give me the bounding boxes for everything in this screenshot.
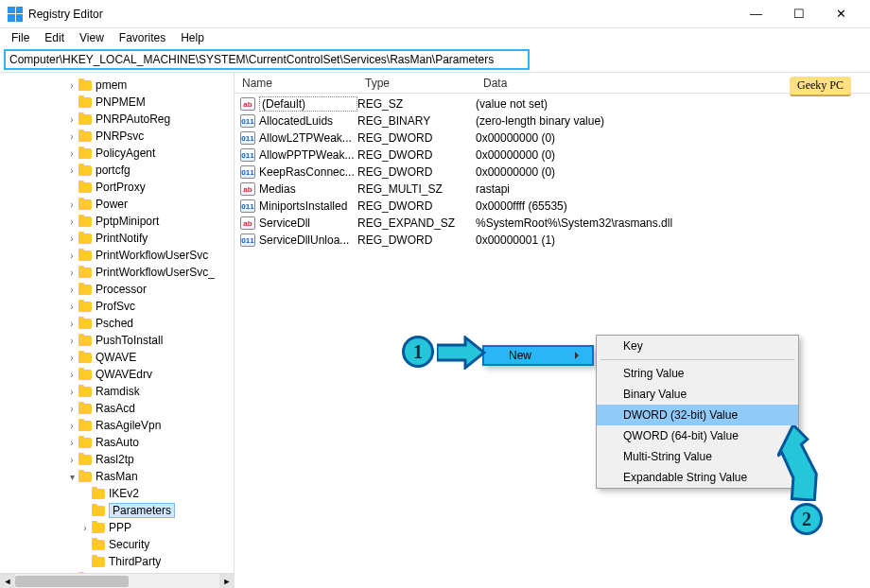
value-row[interactable]: abMediasREG_MULTI_SZrastapi xyxy=(235,181,870,198)
expand-icon[interactable]: › xyxy=(66,216,78,227)
close-button[interactable]: ✕ xyxy=(820,0,862,28)
value-row[interactable]: abServiceDllREG_EXPAND_SZ%SystemRoot%\Sy… xyxy=(235,215,870,232)
context-new[interactable]: New xyxy=(482,345,594,366)
expand-icon[interactable]: › xyxy=(66,148,78,159)
value-row[interactable]: 011KeepRasConnec...REG_DWORD0x00000000 (… xyxy=(235,164,870,181)
value-row[interactable]: 011AllocatedLuidsREG_BINARY(zero-length … xyxy=(235,112,870,130)
tree-item-power[interactable]: ›Power xyxy=(0,196,234,213)
tree-item-printnotify[interactable]: ›PrintNotify xyxy=(0,230,234,247)
menu-view[interactable]: View xyxy=(72,29,112,46)
tree-item-label: PortProxy xyxy=(96,181,146,194)
value-row[interactable]: 011MiniportsInstalledREG_DWORD0x0000ffff… xyxy=(235,198,870,215)
annotation-arrow-1 xyxy=(437,336,486,370)
maximize-button[interactable]: ☐ xyxy=(777,0,820,28)
tree-item-parameters[interactable]: Parameters xyxy=(0,502,234,519)
value-row[interactable]: ab(Default)REG_SZ(value not set) xyxy=(235,95,870,112)
tree-item-rasacd[interactable]: ›RasAcd xyxy=(0,400,234,417)
tree-item-portcfg[interactable]: ›portcfg xyxy=(0,162,234,179)
tree-item-qwave[interactable]: ›QWAVE xyxy=(0,349,234,366)
col-type[interactable]: Type xyxy=(357,77,476,90)
tree-item-label: PNRPAutoReg xyxy=(96,112,170,126)
expand-icon[interactable]: › xyxy=(66,251,78,261)
tree-item-pushtoinstall[interactable]: ›PushToInstall xyxy=(0,332,234,349)
tree-item-qwavedrv[interactable]: ›QWAVEdrv xyxy=(0,366,234,383)
expand-icon[interactable]: › xyxy=(66,80,78,91)
tree-item-processor[interactable]: ›Processor xyxy=(0,281,234,298)
scroll-right-button[interactable]: ► xyxy=(219,574,235,589)
tree-item-portproxy[interactable]: PortProxy xyxy=(0,179,234,196)
submenu-key[interactable]: Key xyxy=(597,336,798,356)
submenu-multi[interactable]: Multi-String Value xyxy=(597,446,798,467)
expand-icon[interactable]: › xyxy=(66,370,78,380)
submenu-expand[interactable]: Expandable String Value xyxy=(597,467,798,488)
expand-icon[interactable]: › xyxy=(66,302,78,312)
folder-icon xyxy=(78,472,92,482)
submenu-dword[interactable]: DWORD (32-bit) Value xyxy=(597,405,798,425)
tree-item-policyagent[interactable]: ›PolicyAgent xyxy=(0,145,234,162)
submenu-string[interactable]: String Value xyxy=(597,363,798,384)
menu-help[interactable]: Help xyxy=(173,29,212,46)
tree-pane[interactable]: ›pmemPNPMEM›PNRPAutoReg›PNRPsvc›PolicyAg… xyxy=(0,73,235,573)
scroll-thumb[interactable] xyxy=(15,576,129,587)
menu-file[interactable]: File xyxy=(4,29,37,46)
tree-item-ramdisk[interactable]: ›Ramdisk xyxy=(0,383,234,400)
submenu-qword[interactable]: QWORD (64-bit) Value xyxy=(597,425,798,446)
expand-icon[interactable]: › xyxy=(66,421,78,431)
tree-item-label: PushToInstall xyxy=(96,334,163,347)
expand-icon[interactable]: › xyxy=(66,233,78,244)
tree-item-security[interactable]: Security xyxy=(0,536,234,553)
submenu-binary[interactable]: Binary Value xyxy=(597,384,798,405)
tree-item-ikev2[interactable]: IKEv2 xyxy=(0,485,234,502)
expand-icon[interactable]: › xyxy=(66,404,78,414)
tree-item-label: ProfSvc xyxy=(96,300,135,313)
tree-item-rasl2tp[interactable]: ›Rasl2tp xyxy=(0,451,234,468)
tree-item-thirdparty[interactable]: ThirdParty xyxy=(0,553,234,570)
tree-item-rasman[interactable]: ▾RasMan xyxy=(0,468,234,485)
scroll-track[interactable] xyxy=(15,574,219,589)
tree-item-pnrpautoreg[interactable]: ›PNRPAutoReg xyxy=(0,111,234,128)
expand-icon[interactable]: › xyxy=(66,131,78,142)
expand-icon[interactable]: › xyxy=(66,438,78,448)
expand-icon[interactable]: › xyxy=(66,387,78,397)
tree-item-pmem[interactable]: ›pmem xyxy=(0,77,234,94)
expand-icon[interactable]: › xyxy=(79,523,91,533)
expand-icon[interactable]: › xyxy=(66,285,78,295)
expand-icon[interactable]: › xyxy=(66,268,78,278)
tree-item-printworkflowusersvc[interactable]: ›PrintWorkflowUserSvc xyxy=(0,247,234,264)
minimize-button[interactable]: — xyxy=(735,0,777,28)
context-menu[interactable]: New xyxy=(482,345,594,366)
scroll-left-button[interactable]: ◄ xyxy=(0,574,15,589)
tree-item-pnpmem[interactable]: PNPMEM xyxy=(0,94,234,111)
tree-item-label: Ramdisk xyxy=(96,385,140,398)
tree-item-label: Security xyxy=(109,538,149,551)
col-name[interactable]: Name xyxy=(235,77,357,90)
expand-icon[interactable]: › xyxy=(66,199,78,210)
expand-icon[interactable]: › xyxy=(66,353,78,363)
menu-edit[interactable]: Edit xyxy=(37,29,72,46)
tree-item-pptpminiport[interactable]: ›PptpMiniport xyxy=(0,213,234,230)
tree-item-profsvc[interactable]: ›ProfSvc xyxy=(0,298,234,315)
value-row[interactable]: 011AllowL2TPWeak...REG_DWORD0x00000000 (… xyxy=(235,130,870,147)
tree-hscrollbar[interactable]: ◄ ► xyxy=(0,573,235,588)
expand-icon[interactable]: › xyxy=(66,336,78,346)
tree-item-printworkflowusersvc-[interactable]: ›PrintWorkflowUserSvc_ xyxy=(0,264,234,281)
binary-value-icon: 011 xyxy=(240,165,255,179)
tree-item-ppp[interactable]: ›PPP xyxy=(0,519,234,536)
tree-item-pnrpsvc[interactable]: ›PNRPsvc xyxy=(0,128,234,145)
menu-favorites[interactable]: Favorites xyxy=(112,29,173,46)
value-row[interactable]: 011ServiceDllUnloa...REG_DWORD0x00000001… xyxy=(235,232,870,249)
address-bar[interactable]: Computer\HKEY_LOCAL_MACHINE\SYSTEM\Curre… xyxy=(4,49,530,70)
list-pane[interactable]: Name Type Data ab(Default)REG_SZ(value n… xyxy=(235,73,870,573)
expand-icon[interactable]: › xyxy=(66,165,78,176)
expand-icon[interactable]: › xyxy=(66,114,78,125)
collapse-icon[interactable]: ▾ xyxy=(66,472,78,482)
value-row[interactable]: 011AllowPPTPWeak...REG_DWORD0x00000000 (… xyxy=(235,147,870,164)
expand-icon[interactable]: › xyxy=(66,319,78,329)
tree-item-rasauto[interactable]: ›RasAuto xyxy=(0,434,234,451)
tree-item-psched[interactable]: ›Psched xyxy=(0,315,234,332)
tree-item-rasagilevpn[interactable]: ›RasAgileVpn xyxy=(0,417,234,434)
expand-icon[interactable]: › xyxy=(66,455,78,465)
context-submenu[interactable]: Key String Value Binary Value DWORD (32-… xyxy=(596,335,799,489)
tree-item-label: PrintNotify xyxy=(96,232,148,245)
folder-icon xyxy=(78,336,92,346)
